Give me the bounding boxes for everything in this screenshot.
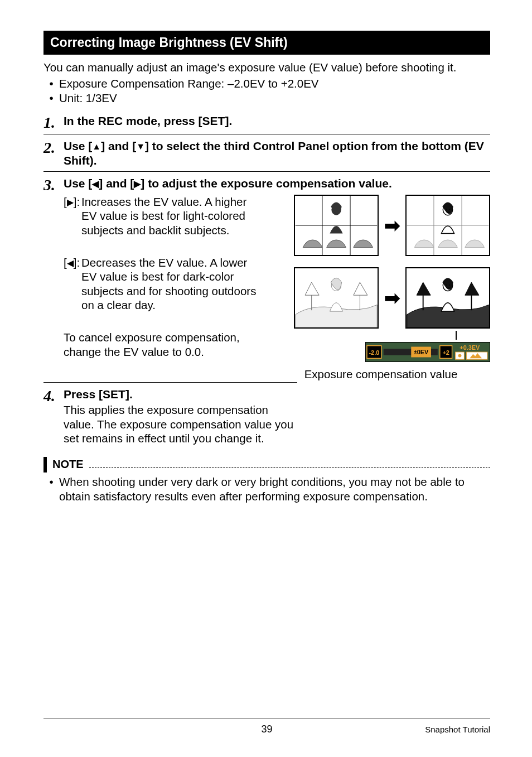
- note-label: NOTE: [52, 458, 84, 471]
- intro-bullets: • Exposure Compensation Range: –2.0EV to…: [43, 76, 490, 106]
- step-2-title: Use [▲] and [▼] to select the third Cont…: [64, 139, 490, 168]
- figure-row-increase: ➡: [272, 195, 490, 256]
- note-text: When shooting under very dark or very br…: [59, 475, 490, 504]
- ev-pointer-line: [456, 331, 457, 340]
- step-4-number: 4.: [43, 387, 64, 404]
- section-title: Correcting Image Brightness (EV Shift): [43, 31, 490, 55]
- decrease-label: [◀]:: [64, 255, 81, 313]
- figure-after-dark: [405, 267, 490, 329]
- step-3-title: Use [◀] and [▶] to adjust the exposure c…: [64, 176, 490, 191]
- right-triangle-icon: ▶: [134, 179, 141, 190]
- decrease-text: Decreases the EV value. A lower EV value…: [81, 255, 264, 313]
- left-triangle-icon: ◀: [92, 179, 99, 190]
- figure-row-decrease: ➡: [272, 267, 490, 329]
- bullet-1: Exposure Compensation Range: –2.0EV to +…: [59, 76, 319, 91]
- note-line: [89, 467, 490, 468]
- step-1-number: 1.: [43, 114, 64, 131]
- step-3: 3. Use [◀] and [▶] to adjust the exposur…: [43, 176, 490, 380]
- step-separator: [43, 171, 490, 172]
- step-4-body: This applies the exposure compensation v…: [64, 403, 297, 446]
- figure-before-light: [294, 195, 379, 256]
- note-body: • When shooting under very dark or very …: [43, 475, 490, 504]
- step-4-title: Press [SET].: [64, 387, 297, 402]
- svg-point-20: [446, 285, 447, 286]
- increase-text: Increases the EV value. A higher EV valu…: [81, 195, 264, 238]
- left-triangle-icon: ◀: [67, 258, 74, 269]
- bullet-dot: •: [43, 91, 59, 106]
- intro-text: You can manually adjust an image's expos…: [43, 60, 490, 75]
- right-triangle-icon: ▶: [67, 197, 74, 208]
- svg-point-21: [449, 285, 450, 286]
- footer-section: Snapshot Tutorial: [425, 725, 490, 734]
- bullet-dot: •: [43, 475, 59, 504]
- step-4: 4. Press [SET]. This applies the exposur…: [43, 387, 297, 446]
- note-heading: NOTE: [43, 457, 490, 472]
- bullet-dot: •: [43, 76, 59, 91]
- ev-caption: Exposure compensation value: [272, 368, 490, 381]
- figure-after-light: [405, 195, 490, 256]
- down-triangle-icon: ▼: [136, 141, 145, 152]
- step-1: 1. In the REC mode, press [SET].: [43, 114, 490, 131]
- page-number: 39: [261, 724, 272, 735]
- ev-compensation-bar: -2.0 ±0EV +2 +0.3EV: [365, 342, 490, 362]
- svg-point-32: [458, 354, 462, 357]
- step-separator: [43, 382, 297, 383]
- bullet-2: Unit: 1/3EV: [59, 91, 117, 106]
- figure-before-dark: [294, 267, 379, 329]
- svg-point-10: [446, 209, 447, 210]
- increase-label: [▶]:: [64, 195, 81, 238]
- svg-text:-2.0: -2.0: [369, 349, 379, 356]
- step-2-number: 2.: [43, 139, 64, 156]
- svg-text:±0EV: ±0EV: [414, 349, 429, 355]
- svg-text:+2: +2: [442, 349, 449, 356]
- page-footer: 39 Snapshot Tutorial: [43, 718, 490, 737]
- cancel-text: To cancel exposure compensation, change …: [64, 330, 264, 359]
- arrow-right-icon: ➡: [384, 214, 400, 237]
- arrow-right-icon: ➡: [384, 287, 400, 309]
- step-separator: [43, 134, 490, 134]
- svg-point-11: [449, 209, 450, 210]
- up-triangle-icon: ▲: [92, 141, 101, 152]
- step-3-number: 3.: [43, 176, 64, 193]
- step-2: 2. Use [▲] and [▼] to select the third C…: [43, 139, 490, 168]
- note-bar-icon: [43, 457, 47, 472]
- svg-text:+0.3EV: +0.3EV: [460, 344, 480, 351]
- step-1-title: In the REC mode, press [SET].: [64, 114, 490, 128]
